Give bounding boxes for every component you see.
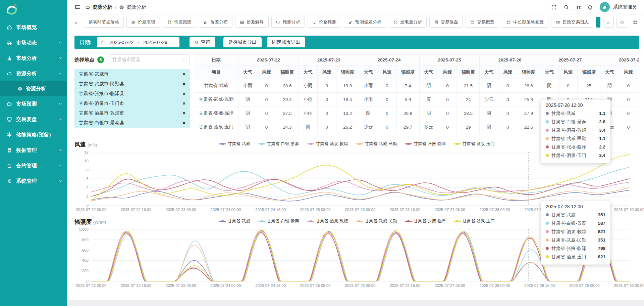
search-button[interactable] [564,4,569,10]
tooltip-series-name: 甘肃省-酒泉-玉门 [551,152,586,159]
sidebar-item-7[interactable]: 数据管理 [0,142,67,158]
user-avatar[interactable] [600,2,610,12]
series-color-dot [546,230,549,233]
sidebar-item-6[interactable]: 储能策略(预留) [0,127,67,142]
table-cell: 0 [378,93,396,106]
table-cell: 25 [578,79,600,93]
location-item-0[interactable]: 甘肃省-武威市× [74,69,190,79]
table-cell: 0 [317,79,336,93]
table-header-date-value: 2025-07-27 [540,55,600,65]
tabs-scroll-right-button[interactable]: » [603,17,614,28]
sidebar-item-3[interactable]: 资源分析 [0,66,67,81]
tab-日滚交易日志[interactable]: 日滚交易日志 [551,17,593,28]
sidebar-item-1[interactable]: 市场动态 [0,35,67,50]
date-range-input[interactable]: 2025-07-22 - 2025-07-29 [97,37,179,47]
remove-location-button[interactable]: × [182,91,185,96]
table-row: 甘肃省-武威小雨028.6小雨019.9小雨07.4阴021.5阴028.6阴0… [194,79,640,93]
location-dropdown-placeholder: 甘肃省市区县 [112,57,141,63]
selected-location-list: 甘肃省-武威市×甘肃省-武威市-民勤县×甘肃省-张掖市-临泽县×甘肃省-酒泉市-… [74,69,190,128]
sidebar-item-label: 市场分析 [16,55,58,61]
sidebar-item-8[interactable]: 合约管理 [0,158,67,173]
sidebar-item-2[interactable]: 市场分析 [0,50,67,66]
tab-资源分析[interactable]: 资源分析 [596,17,600,28]
tab-交易复盘[interactable]: 交易复盘 [429,17,463,28]
tab-交易概览[interactable]: 交易概览 [466,17,499,28]
remove-location-button[interactable]: × [182,81,185,86]
legend-item-甘肃省-武威-民勤[interactable]: 甘肃省-武威-民勤 [356,141,397,147]
tab-预测分析[interactable]: 预测分析 [271,17,305,28]
tab-预测偏差分析[interactable]: 预测偏差分析 [344,17,386,28]
legend-item-甘肃省-酒泉-敦煌[interactable]: 甘肃省-酒泉-敦煌 [307,141,348,147]
tab-bar: « 前实时节点价格价差表现价差原因价差分布价差解释预测分析价格预测预测偏差分析发… [67,14,644,30]
sidebar-item-4[interactable]: 市场预测 [0,96,67,112]
tab-价差分布[interactable]: 价差分布 [199,17,232,28]
location-item-1[interactable]: 甘肃省-武威市-民勤县× [74,79,190,89]
tab-发电量分析[interactable]: 发电量分析 [389,17,427,28]
refresh-button[interactable] [616,17,627,28]
notification-bell-button[interactable] [587,4,593,10]
remove-location-button[interactable]: × [182,101,185,106]
circle-icon [393,20,398,25]
svg-text:2025-07-24 00:00: 2025-07-24 00:00 [211,283,241,288]
legend-item-甘肃省-武威[interactable]: 甘肃省-武威 [219,141,250,147]
truck-icon [7,40,12,45]
font-size-button[interactable]: Tt [576,4,581,10]
legend-item-甘肃省-武威[interactable]: 甘肃省-武威 [219,218,250,224]
chev-down-icon [58,117,62,121]
location-item-5[interactable]: 甘肃省-白银市-景泰县× [74,118,190,128]
sidebar-item-0[interactable]: 市场概览 [0,19,67,35]
legend-item-甘肃省-酒泉-玉门[interactable]: 甘肃省-酒泉-玉门 [454,141,495,147]
tab-label: 价差分布 [210,19,228,25]
legend-item-甘肃省-酒泉-玉门[interactable]: 甘肃省-酒泉-玉门 [454,218,495,224]
table-cell: 22.5 [517,120,540,134]
location-item-3[interactable]: 甘肃省-酒泉市-玉门市× [74,98,190,108]
legend-item-甘肃省-张掖-临泽[interactable]: 甘肃省-张掖-临泽 [405,218,446,224]
tab-价差表现[interactable]: 价差表现 [126,17,160,28]
legend-item-甘肃省-张掖-临泽[interactable]: 甘肃省-张掖-临泽 [405,141,446,147]
fixed-city-export-button[interactable]: 固定城市导出 [267,37,305,47]
svg-text:0: 0 [87,203,89,207]
table-subheader: 辐照度 [396,65,419,79]
legend-marker [307,220,314,223]
tooltip-series-name: 甘肃省-白银-景泰 [551,220,586,226]
remove-location-button[interactable]: × [182,120,185,125]
tooltip-row: 甘肃省-武威-民勤1.1 [546,134,605,143]
legend-item-甘肃省-酒泉-敦煌[interactable]: 甘肃省-酒泉-敦煌 [307,218,348,224]
breadcrumb-item-0[interactable]: 资源分析 [85,4,112,10]
location-item-label: 甘肃省-酒泉市-玉门市 [79,100,124,106]
home-icon [7,25,12,30]
sidebar-subitem-资源分析[interactable]: 资源分析 [0,81,67,96]
sidebar-collapse-button[interactable] [74,4,80,10]
location-dropdown[interactable]: 甘肃省市区县 [109,54,190,65]
breadcrumb-item-1[interactable]: 资源分析 [119,4,146,10]
remove-location-button[interactable]: × [182,111,185,116]
fullscreen-button[interactable] [551,4,557,10]
legend-item-甘肃省-武威-民勤[interactable]: 甘肃省-武威-民勤 [356,218,397,224]
tab-前实时节点价格[interactable]: 前实时节点价格 [84,17,124,28]
tab-价差解释[interactable]: 价差解释 [235,17,269,28]
remove-location-button[interactable]: × [182,72,185,77]
tab-中长期策略复盘[interactable]: 中长期策略复盘 [502,17,548,28]
table-cell: 0 [438,79,457,93]
tab-label: 价差原因 [174,19,192,25]
legend-item-甘肃省-白银-景泰[interactable]: 甘肃省-白银-景泰 [258,218,299,224]
svg-text:2025-07-29 08:00: 2025-07-29 08:00 [569,283,600,288]
tabs-scroll-left-button[interactable]: « [71,17,81,27]
tooltip-row: 甘肃省-酒泉-玉门3.4 [546,151,605,160]
tab-价格预测[interactable]: 价格预测 [308,17,341,28]
query-button[interactable]: 查询 [190,37,215,47]
legend-item-甘肃省-白银-景泰[interactable]: 甘肃省-白银-景泰 [258,141,299,147]
location-item-2[interactable]: 甘肃省-张掖市-临泽县× [74,89,190,98]
tooltip-row: 甘肃省-白银-景泰587 [546,219,605,227]
bag-icon [7,163,12,168]
tab-label: 价差表现 [138,19,155,25]
layout-grid-button[interactable] [630,17,640,27]
select-city-export-button[interactable]: 选择城市导出 [223,37,262,47]
tooltip-series-value: 821 [592,254,605,259]
sidebar-item-5[interactable]: 交易复盘 [0,112,67,127]
location-item-4[interactable]: 甘肃省-酒泉市-敦煌市× [74,108,190,118]
table-header-item: 项目 [194,65,238,79]
sidebar-item-9[interactable]: 系统管理 [0,173,67,189]
tab-价差原因[interactable]: 价差原因 [163,17,196,28]
sidebar: 市场概览市场动态市场分析资源分析资源分析市场预测交易复盘储能策略(预留)数据管理… [0,0,67,306]
